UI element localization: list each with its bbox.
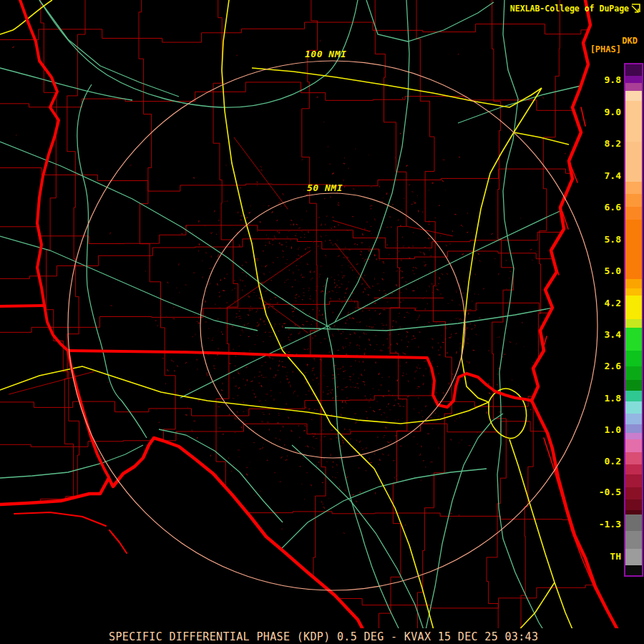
colorbar-segment [625,64,642,76]
colorbar-segment [625,328,642,351]
colorbar-tick-label: 5.0 [571,265,621,278]
colorbar-segment [625,474,642,487]
colorbar-segment [625,549,642,565]
colorbar-segment [625,288,642,296]
colorbar-segment [625,401,642,414]
colorbar-segment [625,220,642,279]
colorbar-segment [625,207,642,220]
colorbar-tick-label: 6.6 [571,201,621,214]
colorbar-tick-label: 0.2 [571,455,621,468]
product-title-text: SPECIFIC DIFFERENTIAL PHASE (KDP) 0.5 DE… [109,630,538,643]
colorbar-segment [625,279,642,288]
colorbar-segment [625,414,642,424]
colorbar-segment [625,424,642,433]
colorbar-tick-label: 5.8 [571,233,621,246]
colorbar-segment [625,439,642,452]
colorbar-segment [625,319,642,328]
nexlab-brand-watermark: NEXLAB-College of DuPage [510,4,629,14]
colorbar-tick-label: -1.3 [571,518,621,531]
colorbar-segment [625,499,642,510]
kdp-color-scale-bar [624,63,643,577]
range-ring-50nmi [200,193,465,458]
colorbar-tick-label: 8.2 [571,137,621,150]
range-rings-layer [68,61,597,590]
county-borders-layer [0,0,644,644]
product-tag-label: [PHAS] [590,44,621,54]
radar-viewer-page: 100 NMI 50 NMI NEXLAB-College of DuPage … [0,0,644,644]
highway-yellow-layer [0,0,605,644]
colorbar-tick-label: -0.5 [571,486,621,499]
colorbar-segment [625,91,642,101]
colorbar-segment [625,296,642,319]
colorbar-segment [625,351,642,366]
colorbar-segment [625,83,642,91]
colorbar-tick-label: 1.0 [571,424,621,436]
colorbar-segment [625,464,642,474]
colorbar-segment [625,194,642,207]
colorbar-tick-label: 7.4 [571,170,621,182]
colorbar-segment [625,101,642,142]
colorbar-segment [625,391,642,401]
status-bar: SPECIFIC DIFFERENTIAL PHASE (KDP) 0.5 DE… [0,628,644,644]
colorbar-tick-label: 2.6 [571,360,621,373]
range-ring-label-100nmi: 100 NMI [305,49,346,59]
range-ring-label-50nmi: 50 NMI [307,182,343,193]
highway-green-layer [0,0,615,642]
state-borders-layer [0,0,626,644]
colorbar-tick-label: 4.2 [571,297,621,310]
colorbar-tick-label: TH [571,550,621,563]
cod-box-arrow-icon [630,3,641,14]
range-ring-100nmi [68,61,597,590]
colorbar-segment [625,487,642,499]
colorbar-tick-label: 3.4 [571,328,621,341]
radar-echo-speckle-layer [12,21,614,592]
colorbar-segment [625,565,642,575]
colorbar-tick-label: 9.0 [571,106,621,119]
colorbar-tick-label: 9.8 [571,74,621,87]
radar-map-canvas[interactable] [0,0,644,644]
colorbar-segment [625,76,642,83]
colorbar-segment [625,366,642,380]
colorbar-segment [625,433,642,439]
colorbar-segment [625,514,642,531]
colorbar-segment [625,531,642,549]
colorbar-segment [625,380,642,391]
colorbar-segment [625,142,642,182]
product-code-label: DKD [622,36,638,46]
colorbar-segment [625,182,642,194]
colorbar-tick-label: 1.8 [571,392,621,405]
colorbar-segment [625,452,642,464]
